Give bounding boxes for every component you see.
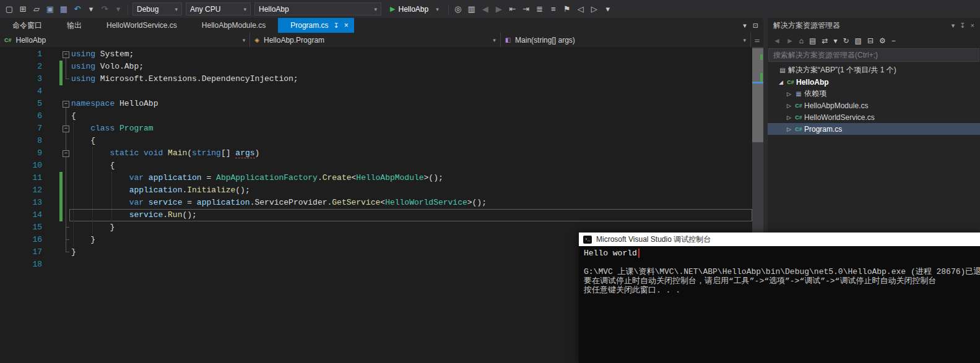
console-output[interactable]: Hello worldG:\MVC 上课\资料\MVC\.NET\ABP\Hel… <box>579 246 980 363</box>
configuration-dropdown[interactable]: Debug ▾ <box>132 2 182 15</box>
collapse-all-icon[interactable]: ⊟ <box>867 36 874 45</box>
navigate-forward-icon[interactable]: ▶ <box>492 2 506 16</box>
tab-helloworldservice[interactable]: HelloWorldService.cs <box>94 18 189 33</box>
code-text[interactable]: class Program <box>69 122 752 135</box>
tab-options-icon[interactable]: ⊡ <box>753 22 758 30</box>
increase-indent-icon[interactable]: ⇥ <box>519 2 533 16</box>
project-dropdown[interactable]: C# HelloAbp ▾ <box>0 33 250 47</box>
gutter-margin[interactable]: − <box>42 48 69 61</box>
gutter-margin[interactable] <box>42 234 69 246</box>
tab-program[interactable]: Program.cs↧× <box>278 18 354 33</box>
chevron-collapsed-icon[interactable]: ▷ <box>785 114 793 121</box>
pin-icon[interactable]: ↧ <box>334 22 339 30</box>
tree-item-helloworldservice[interactable]: ▷C#HelloWorldService.cs <box>768 111 980 123</box>
gutter-margin[interactable] <box>42 172 69 184</box>
gutter-margin[interactable] <box>42 197 69 209</box>
tree-item-dependencies[interactable]: ▷▦依赖项 <box>768 88 980 100</box>
gutter-margin[interactable] <box>42 221 69 234</box>
chevron-collapsed-icon[interactable]: ▷ <box>785 103 793 109</box>
tree-item-solution[interactable]: ▤解决方案“ABP”(1 个项目/共 1 个) <box>768 64 980 76</box>
add-item-icon[interactable]: ⊞ <box>16 2 30 16</box>
fold-toggle-icon[interactable]: − <box>63 126 69 132</box>
fold-toggle-icon[interactable]: − <box>63 51 69 58</box>
console-title-bar[interactable]: Microsoft Visual Studio 调试控制台 <box>579 233 980 246</box>
sync-dropdown-icon[interactable]: ▾ <box>833 36 837 45</box>
split-window-handle[interactable]: ⚌ <box>751 33 763 47</box>
code-text[interactable]: using Microsoft.Extensions.DependencyInj… <box>69 73 752 85</box>
chevron-expanded-icon[interactable]: ◢ <box>777 79 785 85</box>
gutter-margin[interactable] <box>42 258 69 271</box>
active-files-dropdown-icon[interactable]: ▾ <box>743 22 747 30</box>
code-text[interactable]: service.Run(); <box>69 209 752 221</box>
type-dropdown[interactable]: ◈ HelloAbp.Program ▾ <box>250 33 500 47</box>
code-text[interactable]: static void Main(string[] args) <box>69 147 752 160</box>
gutter-margin[interactable] <box>42 110 69 122</box>
navigate-forward-icon[interactable]: ► <box>786 36 794 45</box>
chevron-collapsed-icon[interactable]: ▷ <box>785 126 793 132</box>
properties-icon[interactable]: ⚙ <box>879 36 886 45</box>
code-text[interactable]: { <box>69 160 752 172</box>
toolbar-options-icon[interactable]: ▾ <box>601 2 615 16</box>
chevron-collapsed-icon[interactable]: ▷ <box>785 91 793 97</box>
tree-item-helloabp-project[interactable]: ◢C#HelloAbp <box>768 76 980 88</box>
gutter-margin[interactable] <box>42 209 69 221</box>
tree-item-program[interactable]: ▷C#Program.cs <box>768 123 980 135</box>
undo-dropdown-icon[interactable]: ▾ <box>84 2 98 16</box>
gutter-margin[interactable] <box>42 246 69 258</box>
code-text[interactable]: application.Initialize(); <box>69 184 752 197</box>
comment-lines-icon[interactable]: ≣ <box>533 2 547 16</box>
navigate-backward-icon[interactable]: ◀ <box>479 2 492 16</box>
startup-project-dropdown[interactable]: HelloAbp ▾ <box>254 2 381 15</box>
gutter-margin[interactable] <box>42 73 69 85</box>
fold-toggle-icon[interactable]: − <box>63 150 69 157</box>
gutter-margin[interactable]: − <box>42 147 69 160</box>
pin-icon[interactable]: ↧ <box>960 22 965 30</box>
run-button[interactable]: ▶ HelloAbp ▾ <box>385 2 444 16</box>
application-insights-icon[interactable]: ▥ <box>465 2 479 16</box>
new-project-icon[interactable]: ▢ <box>2 2 16 16</box>
platform-dropdown[interactable]: Any CPU ▾ <box>186 2 251 15</box>
scrollbar-thumb[interactable] <box>752 48 763 142</box>
close-icon[interactable]: × <box>971 22 974 30</box>
tree-item-helloabpmodule[interactable]: ▷C#HelloAbpModule.cs <box>768 100 980 111</box>
close-icon[interactable]: × <box>344 21 349 30</box>
code-text[interactable] <box>69 85 752 98</box>
gutter-margin[interactable] <box>42 160 69 172</box>
tab-output[interactable]: 输出 <box>54 18 94 33</box>
preview-code-icon[interactable]: − <box>891 36 896 45</box>
refresh-icon[interactable]: ↻ <box>843 36 849 45</box>
solution-search-input[interactable]: 搜索解决方案资源管理器(Ctrl+;) <box>768 48 979 62</box>
home-icon[interactable]: ⌂ <box>799 36 804 45</box>
code-text[interactable]: } <box>69 221 752 234</box>
code-text[interactable]: var application = AbpApplicationFactory.… <box>69 172 752 184</box>
open-file-icon[interactable]: ▱ <box>30 2 43 16</box>
code-text[interactable]: { <box>69 110 752 122</box>
tab-command-window[interactable]: 命令窗口 <box>0 18 54 33</box>
fold-toggle-icon[interactable]: − <box>63 101 69 108</box>
gutter-margin[interactable] <box>42 184 69 197</box>
save-all-icon[interactable]: ▦ <box>57 2 71 16</box>
attach-process-icon[interactable]: ◎ <box>451 2 465 16</box>
gutter-margin[interactable] <box>42 135 69 147</box>
navigate-back-icon[interactable]: ◄ <box>773 36 781 45</box>
code-text[interactable]: var service = application.ServiceProvide… <box>69 197 752 209</box>
code-text[interactable]: { <box>69 135 752 147</box>
decrease-indent-icon[interactable]: ⇤ <box>506 2 519 16</box>
tab-helloabpmodule[interactable]: HelloAbpModule.cs <box>189 18 278 33</box>
save-icon[interactable]: ▣ <box>43 2 57 16</box>
undo-icon[interactable]: ↶ <box>71 2 84 16</box>
next-bookmark-icon[interactable]: ▷ <box>588 2 601 16</box>
redo-icon[interactable]: ↷ <box>98 2 111 16</box>
code-text[interactable]: namespace HelloAbp <box>69 98 752 110</box>
sync-with-active-document-icon[interactable]: ⇄ <box>822 36 828 45</box>
uncomment-lines-icon[interactable]: ≡ <box>547 2 560 16</box>
member-dropdown[interactable]: ◧ Main(string[] args) ▾ <box>501 33 751 47</box>
previous-bookmark-icon[interactable]: ◁ <box>574 2 588 16</box>
code-text[interactable]: using Volo.Abp; <box>69 61 752 73</box>
window-position-icon[interactable]: ▾ <box>952 22 955 30</box>
toggle-bookmark-icon[interactable]: ⚑ <box>560 2 574 16</box>
gutter-margin[interactable]: − <box>42 122 69 135</box>
switch-views-icon[interactable]: ▤ <box>809 36 816 45</box>
redo-dropdown-icon[interactable]: ▾ <box>111 2 125 16</box>
nest-files-icon[interactable]: ▧ <box>855 36 862 45</box>
